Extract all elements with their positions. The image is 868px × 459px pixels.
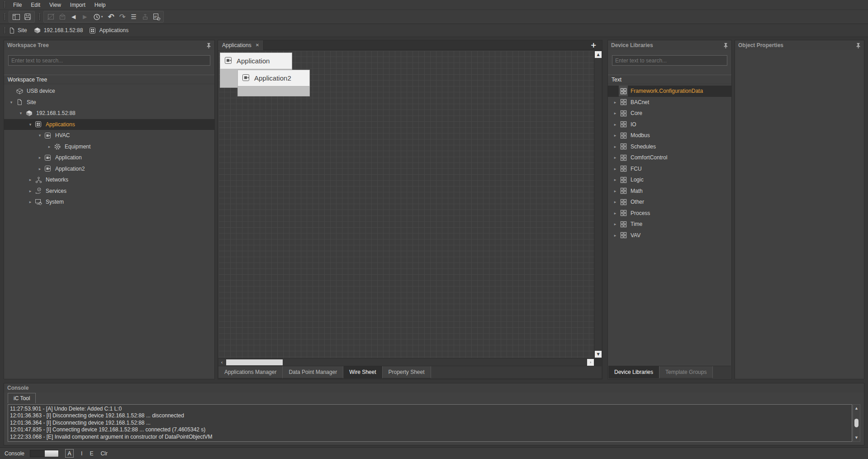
toggle-knob-icon[interactable] [45, 450, 58, 457]
console-toggle[interactable] [30, 450, 59, 457]
menu-help[interactable]: Help [90, 0, 110, 10]
library-item-logic[interactable]: ▸Logic [608, 174, 731, 186]
chevron-down-icon[interactable]: ▾ [27, 122, 34, 127]
tab-ic-tool[interactable]: iC Tool [8, 393, 36, 403]
scroll-up-icon[interactable]: ▲ [595, 51, 602, 58]
scroll-left-icon[interactable]: ‹ [218, 359, 225, 366]
chevron-right-icon[interactable]: ▸ [46, 144, 53, 149]
pin-icon[interactable] [723, 43, 728, 48]
chevron-right-icon[interactable]: ▸ [27, 189, 34, 193]
menu-view[interactable]: View [45, 0, 66, 10]
filter-error-button[interactable]: E [90, 450, 93, 457]
undo-icon[interactable]: ↶ [105, 12, 117, 22]
chevron-right-icon[interactable]: ▸ [612, 200, 619, 204]
wire-edit-icon[interactable] [45, 12, 57, 22]
chevron-right-icon[interactable]: ▸ [27, 177, 34, 182]
list-icon[interactable]: ☰ [128, 12, 139, 22]
tree-item-device[interactable]: ▾ 192.168.1.52:88 [4, 108, 214, 119]
chevron-right-icon[interactable]: ▸ [612, 222, 619, 226]
chevron-right-icon[interactable]: ▸ [612, 155, 619, 160]
tree-item-applications[interactable]: ▾ Applications [4, 119, 214, 130]
chevron-right-icon[interactable]: ▸ [612, 233, 619, 238]
drag-grip[interactable] [38, 14, 41, 20]
scroll-thumb[interactable] [226, 359, 283, 365]
device-upload-icon[interactable] [139, 12, 151, 22]
library-item-core[interactable]: ▸Core [608, 108, 731, 119]
drag-grip[interactable] [4, 27, 6, 34]
library-item-vav[interactable]: ▸VAV [608, 230, 731, 241]
tab-wire-sheet[interactable]: Wire Sheet [343, 366, 382, 378]
menu-import[interactable]: Import [66, 0, 90, 10]
block-title[interactable]: Application [220, 53, 292, 69]
block-body[interactable] [237, 86, 310, 96]
chevron-right-icon[interactable]: ▸ [36, 167, 43, 171]
chevron-right-icon[interactable]: ▸ [612, 211, 619, 215]
tree-item-site[interactable]: ▾ Site [4, 97, 214, 108]
chevron-right-icon[interactable]: ▸ [27, 200, 34, 204]
library-item-io[interactable]: ▸IO [608, 119, 731, 130]
chevron-right-icon[interactable]: ▸ [612, 133, 619, 138]
breadcrumb-item-device[interactable]: 192.168.1.52:88 [33, 27, 83, 34]
block-application2[interactable]: Application2 [237, 70, 310, 96]
breadcrumb-item-applications[interactable]: Applications [89, 27, 128, 34]
vertical-scrollbar[interactable]: ▲ ▼ [594, 51, 602, 358]
forward-icon[interactable]: ▶ [79, 12, 90, 22]
chevron-right-icon[interactable]: ▸ [36, 155, 43, 160]
block-title[interactable]: Application2 [237, 70, 310, 86]
tree-item-usb-device[interactable]: USB device [4, 86, 214, 97]
tab-template-groups[interactable]: Template Groups [659, 366, 713, 378]
library-item-other[interactable]: ▸Other [608, 196, 731, 208]
search-input[interactable] [612, 55, 727, 66]
workspace-panel-icon[interactable] [10, 12, 22, 22]
library-item-modbus[interactable]: ▸Modbus [608, 130, 731, 141]
device-manager-icon[interactable] [57, 12, 68, 22]
horizontal-scrollbar[interactable]: ‹ › [218, 358, 594, 366]
library-item-math[interactable]: ▸Math [608, 186, 731, 197]
console-scrollbar[interactable]: ▲ ▼ [853, 404, 860, 442]
chevron-right-icon[interactable]: ▸ [612, 189, 619, 193]
chevron-down-icon[interactable]: ▾ [8, 100, 15, 105]
scroll-right-icon[interactable]: › [587, 359, 594, 366]
ip-settings-icon[interactable]: IP [151, 12, 162, 22]
tab-device-libraries[interactable]: Device Libraries [608, 366, 659, 378]
close-icon[interactable]: ✕ [256, 43, 259, 48]
filter-all-button[interactable]: A [65, 449, 74, 458]
scroll-thumb[interactable] [854, 419, 859, 427]
pin-icon[interactable] [856, 43, 861, 48]
back-icon[interactable]: ◀ [68, 12, 79, 22]
console-log[interactable]: 11:27:53.901 - [A] Undo Delete: Added C:… [8, 404, 852, 442]
library-item-bacnet[interactable]: ▸BACnet [608, 97, 731, 108]
library-item-schedules[interactable]: ▸Schedules [608, 141, 731, 153]
chevron-down-icon[interactable]: ▾ [17, 111, 24, 115]
scroll-down-icon[interactable]: ▼ [853, 435, 860, 441]
scroll-down-icon[interactable]: ▼ [595, 351, 602, 358]
tab-property-sheet[interactable]: Property Sheet [383, 366, 431, 378]
library-item-process[interactable]: ▸Process [608, 208, 731, 219]
chevron-right-icon[interactable]: ▸ [612, 177, 619, 182]
history-clock-icon[interactable]: ▾ [90, 12, 105, 22]
scroll-up-icon[interactable]: ▲ [853, 405, 860, 411]
chevron-right-icon[interactable]: ▸ [612, 167, 619, 171]
tree-item-application2[interactable]: ▸ Application2 [4, 163, 214, 175]
library-item-time[interactable]: ▸Time [608, 219, 731, 230]
library-item-fcu[interactable]: ▸FCU [608, 163, 731, 175]
tree-item-system[interactable]: ▸ System [4, 196, 214, 208]
menu-edit[interactable]: Edit [26, 0, 45, 10]
chevron-right-icon[interactable]: ▸ [612, 144, 619, 149]
wire-sheet-canvas[interactable]: Application Application2 [218, 51, 594, 358]
library-item-comfortcontrol[interactable]: ▸ComfortControl [608, 152, 731, 163]
chevron-right-icon[interactable]: ▸ [612, 100, 619, 105]
chevron-right-icon[interactable]: ▸ [612, 122, 619, 127]
drag-grip[interactable] [4, 1, 6, 8]
tree-item-equipment[interactable]: ▸ Equipment [4, 141, 214, 153]
tab-data-point-manager[interactable]: Data Point Manager [283, 366, 343, 378]
tree-item-networks[interactable]: ▸ Networks [4, 174, 214, 186]
redo-icon[interactable]: ↷ [117, 12, 128, 22]
pin-icon[interactable] [206, 43, 211, 48]
filter-clear-button[interactable]: Clr [100, 450, 107, 457]
save-icon[interactable] [22, 12, 33, 22]
tree-item-hvac[interactable]: ▾ HVAC [4, 130, 214, 141]
tab-applications-manager[interactable]: Applications Manager [218, 366, 283, 378]
search-input[interactable] [8, 55, 210, 66]
tree-item-services[interactable]: ▸ Services [4, 186, 214, 197]
